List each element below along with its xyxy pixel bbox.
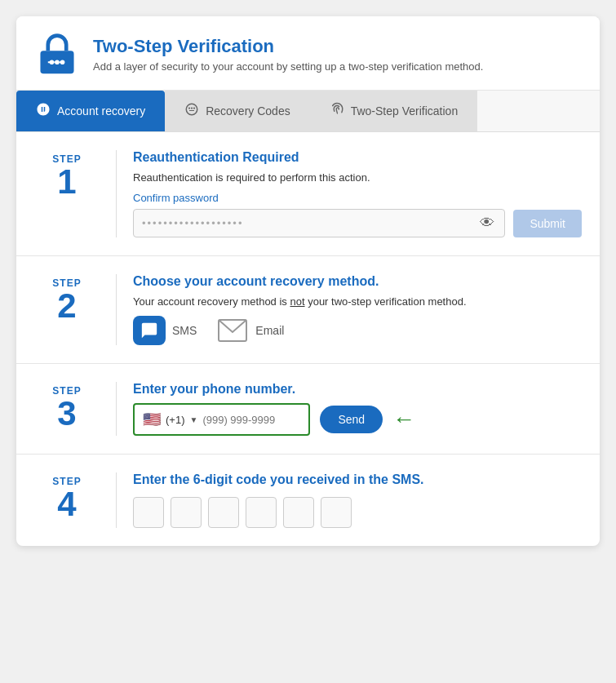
code-box-3[interactable] [208,497,239,528]
eye-icon[interactable]: 👁 [478,215,496,232]
step-3-row: Step 3 Enter your phone number. 🇺🇸 (+1) … [16,364,600,455]
step-3-number: 3 [34,397,100,431]
arrow-indicator: ← [392,406,415,432]
code-box-6[interactable] [321,497,352,528]
sms-option[interactable]: SMS [133,316,197,345]
page-subtitle: Add a layer of security to your account … [93,60,483,73]
step-1-title: Reauthentication Required [133,150,582,165]
method-options: SMS Email [133,316,582,345]
step-2-description: Your account recovery method is not your… [133,295,582,308]
sms-icon-wrap [133,316,166,345]
tab-bar: Account recovery Recovery Codes [16,91,600,132]
svg-point-7 [186,104,197,115]
step-1-description: Reauthentication is required to perform … [133,171,582,184]
step-3-content: Enter your phone number. 🇺🇸 (+1) ▼ Send … [133,382,582,436]
header-text: Two-Step Verification Add a layer of sec… [93,36,483,73]
step-2-divider [116,274,117,345]
phone-row: 🇺🇸 (+1) ▼ Send ← [133,403,582,436]
email-icon-wrap [216,316,249,345]
step-1-content: Reauthentication Required Reauthenticati… [133,150,582,237]
us-flag: 🇺🇸 [143,410,161,428]
email-label: Email [255,324,284,337]
step-2-number: 2 [34,289,100,323]
svg-point-8 [188,107,190,109]
password-field-wrapper[interactable]: 👁 [133,209,505,237]
email-option[interactable]: Email [216,316,284,345]
main-container: Two-Step Verification Add a layer of sec… [16,16,600,546]
step-3-title: Enter your phone number. [133,382,582,397]
codes-icon [184,102,199,120]
page-title: Two-Step Verification [93,36,483,57]
step-1-label: Step 1 [34,150,100,199]
page-header: Two-Step Verification Add a layer of sec… [16,16,600,91]
chevron-down-icon[interactable]: ▼ [189,415,197,424]
send-button[interactable]: Send [320,406,383,433]
confirm-password-label: Confirm password [133,192,582,204]
tab-recovery-codes[interactable]: Recovery Codes [165,91,310,131]
step-1-row: Step 1 Reauthentication Required Reauthe… [16,132,600,256]
code-box-4[interactable] [246,497,277,528]
step-2-content: Choose your account recovery method. You… [133,274,582,345]
country-code: (+1) [166,414,184,426]
step-4-title: Enter the 6-digit code you received in t… [133,472,582,487]
code-box-1[interactable] [133,497,164,528]
step-1-number: 1 [34,165,100,199]
code-box-2[interactable] [171,497,202,528]
email-icon [218,319,247,342]
phone-number-input[interactable] [202,414,300,426]
fingerprint-icon [330,102,344,120]
step-4-number: 4 [34,487,100,521]
step-2-row: Step 2 Choose your account recovery meth… [16,256,600,364]
recovery-icon [36,102,51,120]
tab-recovery-codes-label: Recovery Codes [206,104,290,118]
steps-container: Step 1 Reauthentication Required Reauthe… [16,132,600,546]
lock-icon [34,31,80,77]
step-2-title: Choose your account recovery method. [133,274,582,289]
tab-two-step[interactable]: Two-Step Verification [310,91,478,131]
green-arrow-icon: ← [392,406,415,432]
sms-icon [140,322,158,339]
svg-point-10 [193,107,195,109]
submit-button[interactable]: Submit [513,210,582,237]
step-3-divider [116,382,117,436]
svg-point-9 [191,107,193,109]
sms-label: SMS [172,324,197,337]
step-2-label: Step 2 [34,274,100,323]
password-input-row: 👁 Submit [133,209,582,237]
phone-input-group[interactable]: 🇺🇸 (+1) ▼ [133,403,310,436]
tab-account-recovery-label: Account recovery [57,104,145,118]
step-1-divider [116,150,117,237]
code-box-5[interactable] [283,497,314,528]
code-boxes [133,497,582,528]
step-3-label: Step 3 [34,382,100,431]
tab-two-step-label: Two-Step Verification [351,104,459,118]
step-4-row: Step 4 Enter the 6-digit code you receiv… [16,455,600,546]
step-4-divider [116,472,117,528]
tab-account-recovery[interactable]: Account recovery [16,91,165,131]
step-4-content: Enter the 6-digit code you received in t… [133,472,582,528]
step-4-label: Step 4 [34,472,100,521]
password-input[interactable] [142,210,478,237]
